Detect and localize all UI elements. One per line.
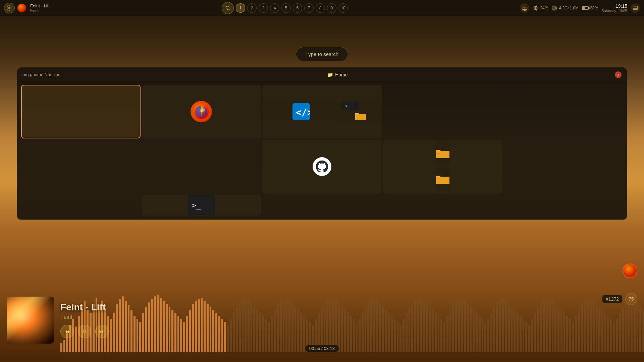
pause-button[interactable]: ⏸	[78, 325, 91, 338]
app-cell-empty4[interactable]	[142, 140, 261, 193]
terminal-half[interactable]: >_	[340, 101, 381, 123]
terminal-icon-small: >_	[341, 102, 358, 110]
system-monitor-icon[interactable]	[520, 3, 529, 13]
svg-point-0	[9, 7, 10, 9]
svg-rect-30	[437, 153, 439, 154]
app-cell-folders[interactable]	[383, 140, 502, 193]
app-cell-github[interactable]	[262, 140, 382, 193]
cpu-indicator: 24%	[533, 5, 548, 11]
folder-svg	[355, 111, 367, 121]
topbar-left: Feint - Lift Feint	[4, 3, 50, 13]
folder-bottom[interactable]	[435, 167, 450, 192]
time-display-player: 00:55 / 03:13	[305, 345, 339, 352]
app-cell-empty2[interactable]	[503, 85, 623, 138]
search-tooltip-text: Type to search	[306, 51, 338, 57]
vscode-half[interactable]: </>	[263, 103, 340, 120]
gear-icon	[6, 5, 12, 11]
track-info: Feint - Lift Feint ⏮ ⏸ ⏭	[60, 302, 109, 338]
app-info: Feint - Lift Feint	[30, 3, 50, 12]
settings-button[interactable]	[4, 3, 15, 13]
folder-top[interactable]	[435, 141, 450, 166]
close-button[interactable]: ×	[615, 71, 622, 78]
workspace-btn-10[interactable]: 10	[338, 3, 348, 13]
track-title: Feint - Lift	[60, 302, 109, 313]
topbar-center: 1 2 3 4 5 6 7 8 9 10	[222, 2, 348, 14]
switcher-window-title: 📁 Home	[327, 72, 347, 77]
battery-label: 38%	[590, 6, 598, 10]
track-badge: #1272 75	[602, 293, 637, 305]
app-cell-empty3[interactable]	[21, 140, 141, 193]
music-app-icon	[623, 263, 637, 278]
svg-line-2	[229, 9, 230, 10]
time-display: 19:15 Saturday, 13/05	[601, 3, 627, 13]
workspace-btn-6[interactable]: 6	[293, 3, 302, 13]
svg-rect-20	[633, 6, 638, 9]
search-tooltip[interactable]: Type to search	[296, 47, 348, 61]
app-cell-vscode-terminal[interactable]: </> >_	[262, 85, 382, 138]
music-player: Feint - Lift Feint ⏮ ⏸ ⏭ 00:55 / 03:13 #…	[0, 272, 644, 362]
date-text: Saturday, 13/05	[601, 9, 627, 13]
terminal-lg-svg: >_	[189, 196, 213, 214]
terminal-svg-small: >_	[344, 102, 355, 110]
app-subtitle: Feint	[30, 8, 50, 12]
app-switcher: org.gnome.Nautilus 📁 Home ×	[17, 67, 627, 220]
github-svg	[315, 159, 329, 174]
workspace-btn-5[interactable]: 5	[281, 3, 291, 13]
workspace-btn-2[interactable]: 2	[247, 3, 257, 13]
workspace-btn-7[interactable]: 7	[304, 3, 314, 13]
svg-text:>_: >_	[192, 201, 201, 209]
time-text: 19:15	[601, 3, 627, 9]
terminal-lg-icon: >_	[188, 195, 215, 215]
prev-button[interactable]: ⏮	[60, 325, 74, 338]
search-button[interactable]	[222, 2, 234, 14]
workspace-btn-4[interactable]: 4	[270, 3, 279, 13]
battery-icon	[582, 6, 589, 10]
firefox-icon	[191, 101, 212, 122]
app-cell-active[interactable]	[21, 85, 141, 138]
album-art-inner	[7, 297, 54, 344]
album-art	[7, 297, 54, 344]
cpu-label: 24%	[540, 6, 548, 10]
network-label: 4.3G↑1.0M	[559, 6, 579, 10]
tray-button[interactable]	[631, 3, 640, 13]
workspace-btn-1[interactable]: 1	[236, 3, 245, 13]
folder-svg-bottom	[435, 174, 450, 185]
track-score: 75	[625, 293, 637, 305]
app-cell-firefox[interactable]	[142, 85, 261, 138]
topbar: Feint - Lift Feint 1 2 3 4 5 6 7 8 9 10	[0, 0, 644, 16]
taskbar-app-icon[interactable]	[17, 4, 26, 12]
svg-rect-29	[355, 115, 366, 115]
firefox-svg	[193, 104, 209, 120]
track-number: #1272	[602, 295, 623, 303]
workspace-btn-3[interactable]: 3	[259, 3, 268, 13]
github-icon	[313, 157, 331, 176]
app-cell-empty5[interactable]	[503, 140, 623, 193]
switcher-header: org.gnome.Nautilus 📁 Home ×	[17, 67, 627, 82]
folder-icon-title: 📁	[327, 72, 333, 77]
music-app-button[interactable]	[623, 263, 637, 278]
tray-icon	[632, 5, 638, 11]
svg-text:>_: >_	[345, 104, 350, 108]
search-icon	[225, 5, 230, 11]
svg-rect-31	[437, 179, 439, 179]
app-cell-empty1[interactable]	[383, 85, 502, 138]
workspace-btn-8[interactable]: 8	[316, 3, 325, 13]
workspace-btn-9[interactable]: 9	[327, 3, 336, 13]
topbar-right: 24% 4.3G↑1.0M 38% 19:15 Saturday, 13/05	[520, 3, 640, 13]
app-title: Feint - Lift	[30, 3, 50, 8]
network-indicator: 4.3G↑1.0M	[551, 5, 579, 11]
folder-svg-top	[435, 148, 450, 160]
svg-text:</>: </>	[296, 107, 310, 118]
app-cell-empty6[interactable]	[21, 195, 141, 216]
folder-half[interactable]	[341, 111, 380, 121]
cpu-icon	[533, 5, 539, 11]
vscode-icon: </>	[292, 103, 310, 120]
monitor-icon	[522, 5, 528, 11]
network-icon	[551, 5, 557, 11]
svg-point-22	[636, 9, 637, 10]
next-button[interactable]: ⏭	[95, 325, 109, 338]
app-cell-terminal-lg[interactable]: >_	[142, 195, 261, 216]
battery-indicator: 38%	[582, 6, 598, 10]
switcher-app-name: org.gnome.Nautilus	[22, 72, 60, 77]
svg-rect-7	[535, 7, 537, 9]
